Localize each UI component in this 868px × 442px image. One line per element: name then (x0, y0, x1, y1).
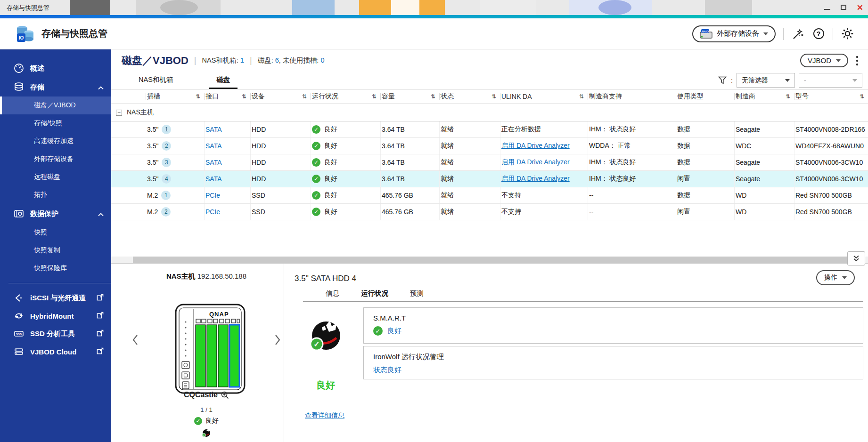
carousel-next-button[interactable] (274, 334, 281, 347)
enable-da-analyzer-link[interactable]: 启用 DA Drive Analyzer (501, 175, 570, 183)
filter-select-primary[interactable]: 无筛选器 (737, 73, 795, 88)
filter-select-secondary[interactable]: - (799, 73, 862, 88)
interface-link[interactable]: SATA (205, 159, 222, 166)
desktop-icon-backdrop (598, 0, 631, 15)
smart-status-link[interactable]: 良好 (387, 327, 401, 336)
sidebar-group-storage[interactable]: 存储 (0, 78, 111, 96)
enable-da-analyzer-link[interactable]: 启用 DA Drive Analyzer (501, 142, 570, 150)
table-row[interactable]: 3.5"3 SATA HDD 良好 3.64 TB 就绪 启用 DA Drive… (111, 154, 868, 171)
sidebar-item-snapshot-replica[interactable]: 快照复制 (0, 241, 111, 259)
sidebar-item-ssd-analysis[interactable]: SSD SSD 分析工具 (0, 325, 111, 343)
sidebar-item-remote-disk[interactable]: 远程磁盘 (0, 168, 111, 186)
sort-icon[interactable] (786, 93, 790, 100)
overall-health-label: 良好 (303, 379, 348, 392)
iscsi-icon (13, 293, 25, 303)
collapse-group-icon[interactable]: − (116, 110, 122, 116)
ironwolf-status-link[interactable]: 状态良好 (373, 366, 401, 375)
sidebar-item-vjbod-cloud[interactable]: VJBOD Cloud (0, 343, 111, 361)
drive-bay-4-selected[interactable] (229, 325, 239, 387)
check-icon (312, 175, 320, 183)
sidebar-item-snapshot-vault[interactable]: 快照保险库 (0, 259, 111, 277)
table-row[interactable]: M.22 PCIe SSD 良好 465.76 GB 就绪 不支持 -- 闲置 … (111, 204, 868, 220)
table-row-selected[interactable]: 3.5"4 SATA HDD 良好 3.64 TB 就绪 启用 DA Drive… (111, 171, 868, 187)
nas-device-illustration[interactable]: QNAP (174, 303, 246, 394)
sort-icon[interactable] (579, 93, 584, 100)
detail-tabs: 信息 运行状况 预测 (303, 287, 863, 302)
model-cell: ST4000VN006-3CW10 (794, 154, 868, 170)
collapse-panel-button[interactable] (847, 251, 865, 265)
sidebar-item-topology[interactable]: 拓扑 (0, 186, 111, 204)
usage-type-cell: 闲置 (676, 171, 735, 187)
divider: | (194, 56, 197, 65)
chevron-up-icon[interactable] (98, 83, 104, 91)
table-row[interactable]: 3.5"2 SATA HDD 良好 3.64 TB 就绪 启用 DA Drive… (111, 138, 868, 154)
sort-icon[interactable] (302, 93, 307, 100)
tab-health[interactable]: 运行状况 (361, 287, 388, 301)
minimize-button[interactable] (824, 3, 830, 12)
slot-cell: M.22 (146, 204, 205, 220)
vjbod-dropdown-button[interactable]: VJBOD (800, 54, 848, 67)
sidebar-item-iscsi[interactable]: iSCSI 与光纤通道 (0, 289, 111, 307)
tab-information[interactable]: 信息 (326, 287, 339, 301)
sort-icon[interactable] (372, 93, 377, 100)
table-row[interactable]: M.21 PCIe SSD 良好 465.76 GB 就绪 不支持 -- 数据 … (111, 187, 868, 204)
enable-da-analyzer-link[interactable]: 启用 DA Drive Analyzer (501, 158, 570, 167)
magic-wand-icon (792, 28, 804, 40)
maximize-button[interactable] (841, 3, 846, 12)
ironwolf-health-box: IronWolf 运行状况管理 状态良好 (363, 346, 863, 379)
help-icon: ? (813, 28, 824, 39)
action-dropdown-button[interactable]: 操作 (816, 270, 855, 285)
zoom-in-icon[interactable] (221, 391, 229, 399)
main-content: 磁盘／VJBOD | NAS和机箱: 1 | 磁盘: 6 , 未使用插槽: 0 … (111, 49, 868, 442)
storage-stack-icon (13, 82, 25, 92)
tab-disks[interactable]: 磁盘 (209, 75, 237, 89)
sidebar-item-overview[interactable]: 概述 (0, 59, 111, 78)
status-cell: 就绪 (440, 171, 500, 187)
close-button[interactable]: ✕ (857, 4, 863, 12)
sidebar-group-data-protection[interactable]: 数据保护 (0, 204, 111, 224)
tab-prediction[interactable]: 预测 (410, 287, 424, 301)
sort-icon[interactable] (491, 93, 496, 100)
view-details-link[interactable]: 查看详细信息 (305, 411, 344, 420)
sidebar-item-cache-acceleration[interactable]: 高速缓存加速 (0, 132, 111, 150)
carousel-pager: 1 / 1 (119, 406, 294, 413)
manufacturer-cell: Seagate (735, 121, 794, 137)
sort-icon[interactable] (431, 93, 435, 100)
drive-bay-3[interactable] (218, 325, 228, 387)
sort-icon[interactable] (860, 93, 864, 100)
table-row[interactable]: 3.5"1 SATA HDD 良好 3.64 TB 就绪 正在分析数据 IHM：… (111, 121, 868, 138)
scrollbar-thumb[interactable] (133, 257, 851, 263)
sidebar: 概述 存储 磁盘／VJBOD 存储/快照 高速缓存加速 外部存储设备 远程磁盘 … (0, 49, 111, 442)
carousel-prev-button[interactable] (132, 334, 139, 347)
sidebar-item-hybridmount[interactable]: HybridMount (0, 307, 111, 325)
drive-bay-2[interactable] (207, 325, 217, 387)
sidebar-item-external-storage[interactable]: 外部存储设备 (0, 150, 111, 168)
vendor-support-cell: IHM： 状态良好 (588, 121, 676, 137)
interface-link[interactable]: SATA (205, 175, 222, 183)
sidebar-item-disks-vjbod[interactable]: 磁盘／VJBOD (0, 96, 111, 114)
settings-button[interactable] (841, 27, 854, 40)
sort-icon[interactable] (196, 93, 200, 100)
interface-link[interactable]: PCIe (205, 208, 220, 216)
kebab-menu-button[interactable] (856, 56, 859, 66)
external-device-button[interactable]: RAID 外部存储设备 (692, 25, 776, 42)
wizard-button[interactable] (791, 27, 804, 40)
ironwolf-title: IronWolf 运行状况管理 (373, 353, 853, 362)
interface-link[interactable]: SATA (205, 142, 222, 150)
help-button[interactable]: ? (812, 27, 825, 40)
usage-type-cell: 数据 (676, 187, 735, 203)
external-link-icon (97, 312, 104, 320)
interface-link[interactable]: SATA (205, 126, 222, 133)
disk-detail-pane: 3.5" SATA HDD 4 操作 信息 运行状况 预测 ✓ 良好 S.M.A… (284, 264, 868, 442)
sort-icon[interactable] (242, 93, 246, 100)
slot-number-badge: 2 (162, 141, 171, 151)
device-cell: HDD (251, 171, 311, 187)
drive-bay-1[interactable] (196, 325, 205, 387)
tab-nas-enclosure[interactable]: NAS和机箱 (131, 75, 180, 89)
sidebar-item-storage-snapshots[interactable]: 存储/快照 (0, 114, 111, 132)
column-header-model: 型号 (794, 93, 868, 100)
chevron-up-icon[interactable] (98, 210, 104, 218)
sidebar-item-snapshots[interactable]: 快照 (0, 224, 111, 241)
status-cell: 就绪 (440, 138, 500, 154)
interface-link[interactable]: PCIe (205, 192, 220, 199)
